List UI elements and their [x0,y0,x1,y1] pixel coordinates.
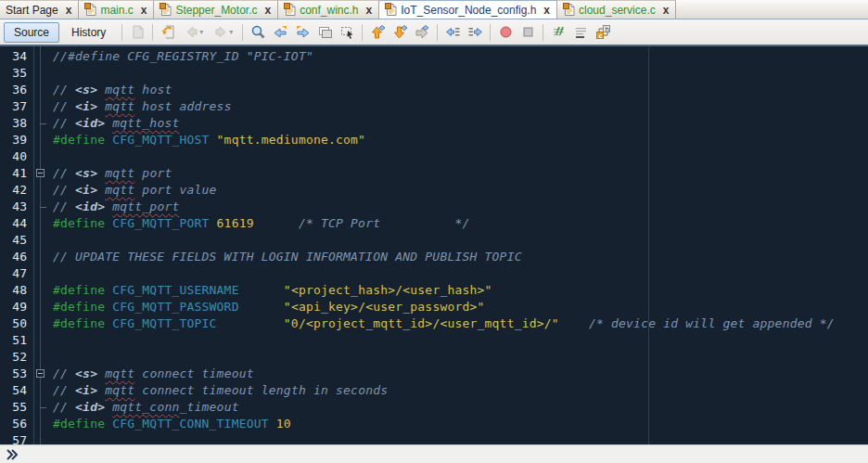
code-token: <id> [75,400,105,414]
tab-label: main.c [100,4,133,17]
find-selection-icon [250,24,266,40]
history-view-button[interactable]: History [61,22,116,43]
fold-end-tick [40,207,46,208]
code-line[interactable]: // <s> mqtt connect timeout [53,366,868,382]
start-macro-recording-icon [498,24,514,40]
line-number: 53 [0,366,33,382]
line-number: 50 [0,315,33,332]
tab-iot-sensor-node-config-h[interactable]: IoT_Sensor_Node_config.hx [379,0,557,19]
code-line[interactable]: // <s> mqtt host [53,82,868,98]
misspelled-token: mqtt [105,183,134,197]
rectangular-selection-button[interactable] [336,22,358,43]
dropdown-caret-icon[interactable]: ▾ [199,28,203,36]
code-line[interactable]: // <i> mqtt connect timeout length in se… [53,382,868,399]
source-view-button[interactable]: Source [4,22,59,43]
stop-macro-recording-icon [520,24,536,40]
code-line[interactable] [53,432,868,444]
shift-line-right-icon [467,24,483,40]
code-line[interactable] [53,148,868,165]
tab-label: Start Page [6,4,58,17]
code-line[interactable]: #define CFG_MQTT_HOST "mqtt.mediumone.co… [53,132,868,148]
tab-close-icon[interactable]: x [66,5,72,16]
code-line[interactable]: #define CFG_MQTT_PORT 61619 /* TCP Port … [53,215,868,232]
tab-close-icon[interactable]: x [141,5,147,16]
comment-button[interactable] [547,22,569,43]
code-token: #define [53,316,112,330]
shift-line-right-button[interactable] [464,22,486,43]
previous-bookmark-button[interactable] [366,22,389,43]
toggle-header-source-button[interactable]: hc [592,22,614,43]
nav-back-button[interactable]: ▾ [179,22,209,43]
right-margin-guide [648,46,649,444]
misspelled-token: mqtt_conn [112,400,179,414]
line-number: 46 [0,249,33,265]
code-token [239,283,284,297]
tab-conf-winc-h[interactable]: conf_winc.hx [278,0,379,19]
code-line[interactable]: // <id> mqtt_host [53,115,868,132]
start-macro-recording-button[interactable] [494,22,517,43]
code-token: #define [53,283,112,297]
dropdown-caret-icon[interactable]: ▾ [229,28,233,36]
tab-start-page[interactable]: Start Pagex [0,0,79,19]
code-line[interactable]: //#define CFG_REGISTRY_ID "PIC-IOT" [53,48,868,65]
find-selection-button[interactable] [247,22,269,43]
code-line[interactable] [53,265,868,282]
tab-main-c[interactable]: main.cx [79,0,154,19]
code-line[interactable]: #define CFG_MQTT_USERNAME "<project_hash… [53,282,868,299]
last-edited-document-button[interactable] [126,22,148,43]
tab-close-icon[interactable]: x [543,5,550,16]
code-line[interactable] [53,349,868,366]
find-previous-occurrence-icon [273,24,288,40]
code-line[interactable]: // <s> mqtt port [53,165,868,182]
shift-line-left-button[interactable] [441,22,464,43]
back-to-last-edit-button[interactable] [157,22,179,43]
toggle-bookmark-button[interactable] [411,22,433,43]
next-bookmark-button[interactable] [389,22,411,43]
tab-cloud-service-c[interactable]: cloud_service.cx [557,0,676,19]
code-line[interactable]: // UPDATE THESE FIELDS WITH LOGIN INFORM… [53,249,868,265]
toggle-highlight-search-button[interactable] [313,22,336,43]
code-line[interactable]: #define CFG_MQTT_CONN_TIMEOUT 10 [53,416,868,432]
code-token: //#define CFG_REGISTRY_ID "PIC-IOT" [53,49,313,63]
stop-macro-recording-button[interactable] [517,22,539,43]
tab-close-icon[interactable]: x [264,5,271,16]
code-editor[interactable]: 3435363738394041424344454647484950515253… [0,46,868,444]
code-line[interactable]: // <id> mqtt_port [53,199,868,215]
tab-stepper-motor-c[interactable]: Stepper_Motor.cx [154,0,278,19]
code-line[interactable]: // <i> mqtt host address [53,98,868,115]
rectangular-selection-icon [339,24,355,40]
find-next-occurrence-button[interactable] [291,22,313,43]
code-token: // UPDATE THESE FIELDS WITH LOGIN INFORM… [53,250,522,264]
expand-chevron-icon[interactable] [5,448,19,461]
tab-close-icon[interactable]: x [366,5,373,16]
code-token: // [53,383,75,397]
code-line[interactable] [53,332,868,349]
code-line[interactable] [53,65,868,82]
find-next-occurrence-icon [295,24,311,40]
nav-forward-button[interactable]: ▾ [209,22,238,43]
editor-bottom-bar [0,444,868,463]
code-line[interactable]: // <id> mqtt_conn_timeout [53,399,868,416]
code-line[interactable]: #define CFG_MQTT_PASSWORD "<api_key>/<us… [53,299,868,315]
code-token: connect timeout length in seconds [134,383,388,397]
code-token [559,316,589,330]
code-token: connect timeout [134,367,253,380]
code-line[interactable] [53,232,868,249]
line-number: 37 [0,98,33,115]
code-line[interactable]: // <i> mqtt port value [53,182,868,199]
toolbar-separator [362,24,363,41]
code-token: <i> [75,99,97,113]
fold-collapse-icon[interactable] [36,169,45,177]
code-token: // [53,166,75,180]
find-previous-occurrence-button[interactable] [269,22,291,43]
code-token: "mqtt.mediumone.com" [217,133,366,147]
fold-collapse-icon[interactable] [36,369,45,378]
code-token: /* device id will get appended */ [589,316,835,330]
uncomment-button[interactable] [569,22,592,43]
tab-close-icon[interactable]: x [663,5,670,16]
code-pane[interactable]: //#define CFG_REGISTRY_ID "PIC-IOT"// <s… [49,46,868,444]
code-token: // [53,99,75,113]
line-number: 52 [0,349,33,366]
line-number: 56 [0,416,33,432]
code-line[interactable]: #define CFG_MQTT_TOPIC "0/<project_mqtt_… [53,315,868,332]
